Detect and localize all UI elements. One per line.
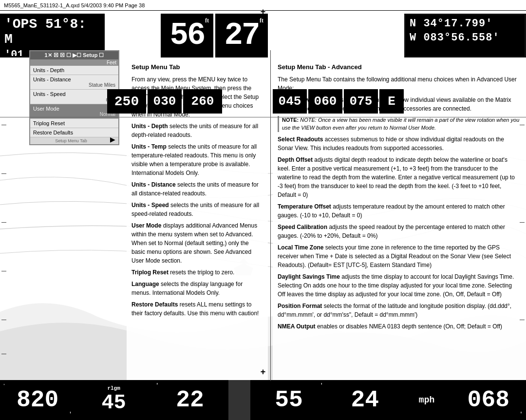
bot-display-5: 24 [327, 380, 402, 420]
tick-right-1: — [520, 122, 525, 127]
tick-right-2: — [520, 219, 525, 225]
tick-left-6: — [1, 351, 6, 356]
menu-item-units-distance[interactable]: Units - Distance Statue Miles [30, 75, 118, 90]
bot1-suffix: ' [69, 412, 72, 417]
menu-bottom-label: Setup Menu Tab [30, 137, 118, 144]
bot7-value: 068 [468, 387, 509, 413]
bottom-displays-row: ' 820 ' rlgm 45 ' 22 55 ' 24 mph 068 ' [0, 380, 526, 420]
gps-lon: W 083°56.558' [410, 31, 521, 45]
entry-language: Language selects the display language fo… [132, 280, 263, 297]
tick-left-1: — [1, 122, 6, 127]
entry-position-format: Position Format selects the format of th… [278, 302, 521, 319]
entry-user-mode: User Mode displays additional Advanced M… [132, 221, 263, 265]
display-top-center-right: ft 27 [215, 14, 268, 57]
entry-daylight-savings: Daylight Savings Time adjusts the time d… [278, 272, 521, 299]
entry-speed-cal: Speed Calibration adjusts the speed read… [278, 223, 521, 240]
tick-left-4: — [1, 268, 6, 273]
ft-label-right: ft [260, 17, 263, 24]
entry-temp-offset: Temperature Offset adjusts temperature r… [278, 202, 521, 220]
bot2-value: 45 [101, 391, 126, 415]
horizontal-divider [0, 117, 526, 117]
entry-restore-defaults: Restore Defaults resets ALL menu setting… [132, 300, 263, 318]
gps-display: N 34°17.799' W 083°56.558' [404, 14, 526, 57]
bot5-value: 24 [351, 387, 379, 413]
menu-item-restore-defaults[interactable]: Restore Defaults ▶ [30, 128, 118, 137]
bot1-value: 820 [17, 387, 58, 413]
bot3-prefix: ' [156, 383, 159, 388]
entry-triplog-reset: Triplog Reset resets the triplog to zero… [132, 268, 263, 277]
display-top-center-wrapper: ft 56 ft 27 [161, 14, 268, 57]
bot3-value: 22 [176, 387, 204, 413]
display-top-center-left: ft 56 [161, 14, 213, 57]
tick-left-3: — [1, 219, 6, 225]
mid-display-3: 260 [183, 89, 222, 114]
entry-depth-offset: Depth Offset adjusts digital depth reado… [278, 155, 521, 199]
mid-display-4: 045 [273, 89, 307, 114]
menu-subtitle-feet: Feet [30, 59, 118, 66]
entry-nmea-output: NMEA Output enables or disables NMEA 018… [278, 322, 521, 331]
menu-item-units-speed[interactable]: Units - Speed mph [30, 90, 118, 104]
ft-label-left: ft [205, 17, 209, 24]
mid-display-1: 250 [107, 89, 146, 114]
bot-mph-label: mph [419, 395, 434, 405]
bot4-suffix: ' [320, 383, 323, 388]
bot7-suffix: ' [520, 412, 523, 417]
tick-right-3: — [520, 317, 525, 322]
left-panel-title: Setup Menu Tab [132, 62, 263, 72]
menu-item-units-depth[interactable]: Units - Depth [30, 66, 118, 75]
entry-units-depth: Units - Depth selects the units of measu… [132, 122, 263, 139]
file-info: M5565_ManE_531192-1_A.qxd 5/4/2003 9:40 … [4, 2, 145, 8]
mid-display-e: E [379, 89, 404, 114]
tick-left-2: — [1, 171, 6, 176]
crosshair-top: + [261, 7, 266, 17]
bot1-prefix: ' [3, 383, 5, 388]
mid-display-5: 060 [308, 89, 342, 114]
bot4-value: 55 [275, 387, 303, 413]
gps-lat: N 34°17.799' [410, 17, 521, 31]
right-panel-title: Setup Menu Tab - Advanced [278, 62, 521, 72]
entry-units-temp: Units - Temp selects the units of measur… [132, 142, 263, 177]
menu-panel: 1✕ ☒ ☒ ☐ ▶☐ Setup ☐ Feet Units - Depth U… [29, 50, 119, 145]
display-top-left-line1: 'OPS 51°8: M [1, 15, 103, 49]
mid-display-2: 030 [148, 89, 182, 114]
bot-display-2: rlgm 45 [76, 380, 151, 420]
entry-note: NOTE: NOTE: Once a view has been made vi… [278, 116, 521, 132]
crosshair-bottom: + [261, 367, 266, 377]
menu-icon-row: 1✕ ☒ ☒ ☐ ▶☐ Setup ☐ [44, 52, 104, 58]
entry-local-time: Local Time Zone selects your time zone i… [278, 243, 521, 269]
menu-item-triplog-reset[interactable]: Triplog Reset [30, 119, 118, 128]
arrow-icon: ▶ [110, 135, 115, 143]
bot-display-mph: mph [404, 380, 450, 420]
bot-display-7: 068 ' [451, 380, 526, 420]
bot-separator [228, 380, 250, 420]
bot2-label: rlgm [107, 385, 120, 391]
vertical-divider [270, 50, 271, 381]
bot-display-3: ' 22 [152, 380, 227, 420]
menu-title-icons: 1✕ ☒ ☒ ☐ ▶☐ Setup ☐ [30, 51, 118, 59]
entry-units-distance: Units - Distance selects the units of me… [132, 180, 263, 198]
entry-units-speed: Units - Speed selects the units of measu… [132, 201, 263, 218]
mid-displays-row: 250 030 260 [107, 89, 222, 114]
mid-display-6: 075 [344, 89, 378, 114]
top-center-num1: 56 [170, 20, 205, 51]
tick-left-5: — [1, 317, 6, 322]
bot-display-1: ' 820 ' [0, 380, 75, 420]
top-center-num2: 27 [225, 20, 259, 51]
mid-displays-row2: 045 060 075 E [273, 89, 404, 114]
bot-display-4: 55 ' [251, 380, 326, 420]
entry-select-readouts: Select Readouts accesses submenus to hid… [278, 135, 521, 153]
